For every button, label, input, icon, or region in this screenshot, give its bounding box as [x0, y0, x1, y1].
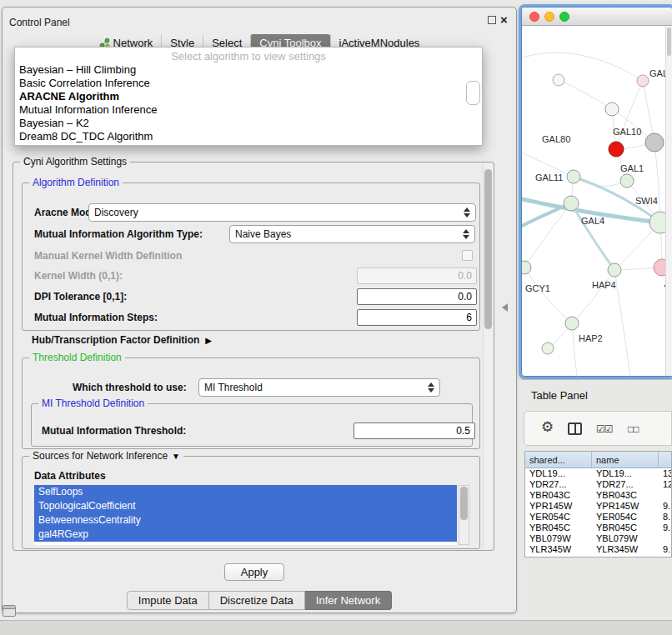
threshold-definition-group: Threshold Definition Which threshold to …: [22, 358, 480, 449]
node-label-gal10: GAL10: [613, 127, 641, 137]
kernel-width-input[interactable]: [357, 268, 477, 284]
table-cell: YBR043C: [592, 490, 659, 501]
table-row[interactable]: YPR145WYPR145W9...: [525, 501, 671, 512]
control-panel-window: Control Panel × NetworkStyleSelectCyni T…: [2, 7, 517, 613]
network-edge: [614, 270, 630, 376]
bottom-tab-bar: Impute DataDiscretize DataInfer Network: [3, 591, 516, 610]
network-node[interactable]: [649, 212, 667, 233]
network-edge: [574, 177, 627, 186]
network-window-titlebar[interactable]: [522, 8, 672, 26]
bottom-tab-discretize-data[interactable]: Discretize Data: [209, 591, 305, 610]
algorithm-option-dream8-dc-tdc-algorithm[interactable]: Dream8 DC_TDC Algorithm: [15, 130, 482, 143]
table-cell: YBR045C: [592, 522, 659, 533]
table-cell: 13...: [659, 468, 672, 479]
close-icon[interactable]: ×: [500, 13, 508, 27]
table-cell: YDL19...: [525, 468, 592, 479]
table-row[interactable]: YBR045CYBR045C9...: [525, 522, 671, 533]
sources-title[interactable]: Sources for Network Inference ▼: [29, 450, 183, 462]
column-header-extra[interactable]: [659, 452, 672, 468]
algorithm-option-basic-correlation-inference[interactable]: Basic Correlation Inference: [15, 77, 482, 90]
algorithm-option-aracne-algorithm[interactable]: ARACNE Algorithm: [15, 90, 482, 103]
table-row[interactable]: YER054CYER054C8...: [525, 512, 671, 522]
mi-type-combo[interactable]: Naive Bayes: [229, 225, 475, 243]
which-threshold-combo[interactable]: MI Threshold: [198, 378, 440, 397]
popup-scrollbar-thumb[interactable]: [466, 81, 480, 105]
mi-steps-input[interactable]: [357, 309, 477, 326]
scrollbar-thumb[interactable]: [460, 487, 468, 520]
attribute-betweennesscentrality[interactable]: BetweennessCentrality: [34, 513, 457, 528]
network-node[interactable]: [605, 102, 619, 116]
node-label-gal80: GAL80: [542, 134, 570, 144]
mi-threshold-label: Mutual Information Threshold:: [42, 425, 186, 437]
table-cell: [659, 490, 672, 501]
attribute-gal4rgexp[interactable]: gal4RGexp: [34, 528, 457, 542]
column-header-name[interactable]: name: [592, 452, 659, 468]
settings-scrollbar[interactable]: [483, 164, 493, 548]
aracne-mode-combo[interactable]: Discovery: [88, 203, 476, 222]
table-row[interactable]: YBR043CYBR043C: [525, 490, 671, 501]
network-view-window[interactable]: GAL8GAL80GAL10GAL1GAL11SWI4GAL4GCY1HAP4H…: [521, 7, 672, 377]
network-node[interactable]: [637, 75, 649, 87]
hub-definition-toggle[interactable]: Hub/Transcription Factor Definition ▶: [32, 334, 212, 346]
network-canvas[interactable]: GAL8GAL80GAL10GAL1GAL11SWI4GAL4GCY1HAP4H…: [522, 26, 667, 377]
manual-kernel-checkbox[interactable]: [462, 250, 473, 261]
bottom-strip: [0, 620, 672, 635]
algorithm-option-bayesian-k2[interactable]: Bayesian – K2: [15, 117, 482, 130]
table-row[interactable]: YDR27...YDR27...12...: [525, 479, 671, 490]
network-node[interactable]: [542, 342, 554, 354]
splitter-collapse-handle[interactable]: [502, 303, 508, 312]
network-node[interactable]: [609, 142, 624, 157]
network-node[interactable]: [567, 170, 580, 183]
table-cell: YPR145W: [592, 501, 659, 512]
scrollbar-thumb[interactable]: [667, 28, 671, 56]
table-toolbar: ⚙ ☑☑ □□: [524, 411, 672, 446]
node-label-gcy1: GCY1: [525, 283, 550, 293]
algorithm-option-bayesian-hill-climbing[interactable]: Bayesian – Hill Climbing: [15, 63, 482, 77]
attribute-topologicalcoefficient[interactable]: TopologicalCoefficient: [34, 499, 457, 513]
network-scrollbar[interactable]: [665, 26, 672, 376]
mi-threshold-input[interactable]: [354, 422, 475, 439]
columns-icon[interactable]: [568, 422, 582, 435]
algorithm-definition-title: Algorithm Definition: [29, 177, 123, 188]
cyni-algorithm-settings-group: Cyni Algorithm Settings Algorithm Defini…: [13, 162, 494, 551]
mac-zoom-button[interactable]: [559, 12, 569, 22]
network-node[interactable]: [565, 317, 579, 330]
network-node[interactable]: [522, 261, 531, 274]
attribute-selfloops[interactable]: SelfLoops: [34, 485, 457, 499]
scrollbar-thumb[interactable]: [484, 169, 492, 329]
sources-group: Sources for Network Inference ▼ Data Att…: [22, 456, 480, 549]
threshold-definition-title: Threshold Definition: [29, 352, 125, 363]
gear-icon[interactable]: ⚙: [541, 420, 554, 434]
apply-button[interactable]: Apply: [224, 563, 284, 581]
table-cell: 12...: [659, 479, 672, 490]
network-node[interactable]: [564, 196, 579, 211]
network-node[interactable]: [553, 74, 564, 86]
network-node[interactable]: [608, 263, 621, 277]
attribute-list-scrollbar[interactable]: [459, 485, 469, 545]
table-row[interactable]: YIL052CYIL052C: [525, 555, 671, 558]
minimized-window-icon[interactable]: [3, 605, 16, 617]
mac-minimize-button[interactable]: [544, 12, 554, 22]
dpi-tolerance-input[interactable]: [357, 288, 477, 305]
algorithm-option-mutual-information-inference[interactable]: Mutual Information Inference: [15, 103, 482, 117]
table-header-row: shared...name: [525, 452, 671, 468]
network-node[interactable]: [645, 133, 664, 152]
mi-threshold-definition-group: MI Threshold Definition Mutual Informati…: [31, 403, 473, 447]
column-header-shared[interactable]: shared...: [525, 452, 592, 468]
table-cell: YER054C: [592, 512, 659, 522]
table-cell: 8...: [659, 512, 672, 522]
float-window-icon[interactable]: [488, 16, 496, 24]
table-panel: Table Panel ⚙ ☑☑ □□ shared...name YDL19.…: [521, 379, 672, 617]
kernel-width-label: Kernel Width (0,1):: [34, 270, 123, 282]
table-row[interactable]: YLR345WYLR345W9...: [525, 544, 671, 555]
bottom-tab-infer-network[interactable]: Infer Network: [305, 591, 392, 610]
table-row[interactable]: YDL19...YDL19...13...: [525, 468, 671, 479]
mac-close-button[interactable]: [529, 12, 539, 22]
network-node[interactable]: [620, 174, 634, 188]
table-row[interactable]: YBL079WYBL079W: [525, 533, 671, 544]
bottom-tab-impute-data[interactable]: Impute Data: [127, 591, 209, 610]
table-cell: YDR27...: [592, 479, 659, 490]
table-cell: YBL079W: [525, 533, 592, 544]
select-all-icon[interactable]: ☑☑: [596, 423, 613, 435]
deselect-all-icon[interactable]: □□: [628, 423, 639, 435]
